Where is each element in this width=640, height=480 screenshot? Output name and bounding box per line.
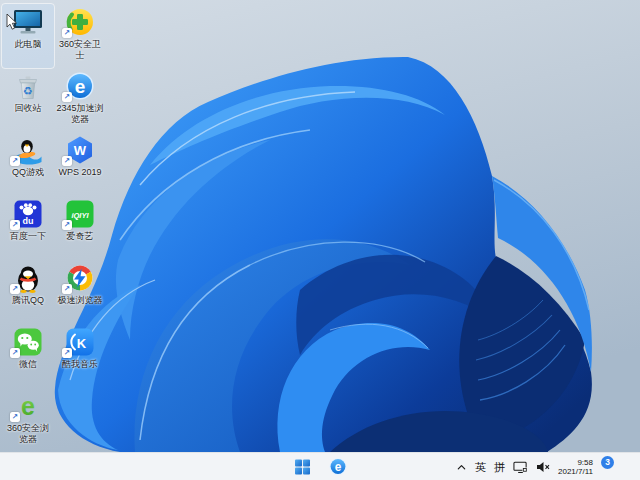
- desktop-icon-grid: 此电脑 ♻ 回收站: [2, 4, 106, 452]
- windows-desktop: 此电脑 ♻ 回收站: [0, 0, 640, 480]
- svg-text:e: e: [75, 76, 86, 97]
- icon-label: 微信: [19, 359, 37, 370]
- icon-label: 极速浏览器: [58, 295, 103, 306]
- volume-muted-icon[interactable]: [536, 461, 550, 473]
- desktop-icon-qq-games[interactable]: ↗ QQ游戏: [2, 132, 54, 196]
- icon-label: 回收站: [15, 103, 42, 114]
- desktop-icon-this-pc[interactable]: 此电脑: [2, 4, 54, 68]
- taskbar-clock[interactable]: 9:58 2021/7/11: [558, 458, 593, 476]
- desktop-icon-speed-browser[interactable]: ↗ 极速浏览器: [54, 260, 106, 324]
- shortcut-arrow-icon: ↗: [62, 284, 72, 294]
- clock-date: 2021/7/11: [558, 467, 593, 476]
- shortcut-arrow-icon: ↗: [10, 348, 20, 358]
- this-pc-icon: [12, 6, 44, 38]
- notification-badge[interactable]: 3: [601, 456, 614, 469]
- shortcut-arrow-icon: ↗: [10, 220, 20, 230]
- svg-text:K: K: [77, 335, 87, 350]
- system-tray: 英 拼 9:58 2021/7/11: [456, 453, 614, 480]
- svg-text:W: W: [74, 143, 87, 158]
- desktop-icon-tencent-qq[interactable]: ↗ 腾讯QQ: [2, 260, 54, 324]
- browser-taskbar-button[interactable]: e: [325, 455, 351, 479]
- desktop-icon-wechat[interactable]: ↗ 微信: [2, 324, 54, 388]
- desktop-icon-baidu-search[interactable]: du ↗ 百度一下: [2, 196, 54, 260]
- taskbar: e 英 拼: [0, 452, 640, 480]
- desktop-icon-wps-2019[interactable]: W ↗ WPS 2019: [54, 132, 106, 196]
- icon-label: 酷我音乐: [62, 359, 98, 370]
- icon-label: 360安全浏览器: [3, 423, 53, 444]
- recycle-bin-icon: ♻: [12, 70, 44, 102]
- shortcut-arrow-icon: ↗: [10, 284, 20, 294]
- icon-label: QQ游戏: [12, 167, 44, 178]
- desktop-icon-360-safe-guard[interactable]: ↗ 360安全卫士: [54, 4, 106, 68]
- tray-chevron-up-icon[interactable]: [456, 462, 467, 473]
- desktop-icon-kuwo-music[interactable]: K ↗ 酷我音乐: [54, 324, 106, 388]
- desktop-icon-iqiyi[interactable]: iQIYI ↗ 爱奇艺: [54, 196, 106, 260]
- shortcut-arrow-icon: ↗: [62, 220, 72, 230]
- icon-label: 360安全卫士: [55, 39, 105, 60]
- desktop-icon-recycle-bin[interactable]: ♻ 回收站: [2, 68, 54, 132]
- shortcut-arrow-icon: ↗: [10, 412, 20, 422]
- desktop-icon-360-safe-browser[interactable]: e ↗ 360安全浏览器: [2, 388, 54, 452]
- icon-label: 2345加速浏览器: [55, 103, 105, 124]
- svg-text:iQIYI: iQIYI: [71, 210, 89, 219]
- icon-label: 此电脑: [15, 39, 42, 50]
- shortcut-arrow-icon: ↗: [10, 156, 20, 166]
- clock-time: 9:58: [577, 458, 593, 467]
- svg-text:e: e: [334, 460, 341, 474]
- network-icon[interactable]: [513, 461, 528, 474]
- browser-e-icon: e: [328, 457, 347, 476]
- ime-english-indicator[interactable]: 英: [475, 462, 486, 473]
- desktop-icon-2345-browser[interactable]: e ↗ 2345加速浏览器: [54, 68, 106, 132]
- shortcut-arrow-icon: ↗: [62, 156, 72, 166]
- icon-label: 爱奇艺: [67, 231, 94, 242]
- shortcut-arrow-icon: ↗: [62, 348, 72, 358]
- shortcut-arrow-icon: ↗: [62, 28, 72, 38]
- ime-pinyin-indicator[interactable]: 拼: [494, 462, 505, 473]
- svg-text:♻: ♻: [23, 84, 33, 96]
- icon-label: 百度一下: [10, 231, 46, 242]
- taskbar-center: e: [290, 453, 351, 480]
- svg-text:du: du: [23, 216, 34, 226]
- icon-label: WPS 2019: [58, 167, 101, 178]
- svg-text:e: e: [21, 392, 35, 420]
- shortcut-arrow-icon: ↗: [62, 92, 72, 102]
- windows-start-icon: [295, 459, 311, 475]
- start-button[interactable]: [290, 455, 316, 479]
- icon-label: 腾讯QQ: [12, 295, 44, 306]
